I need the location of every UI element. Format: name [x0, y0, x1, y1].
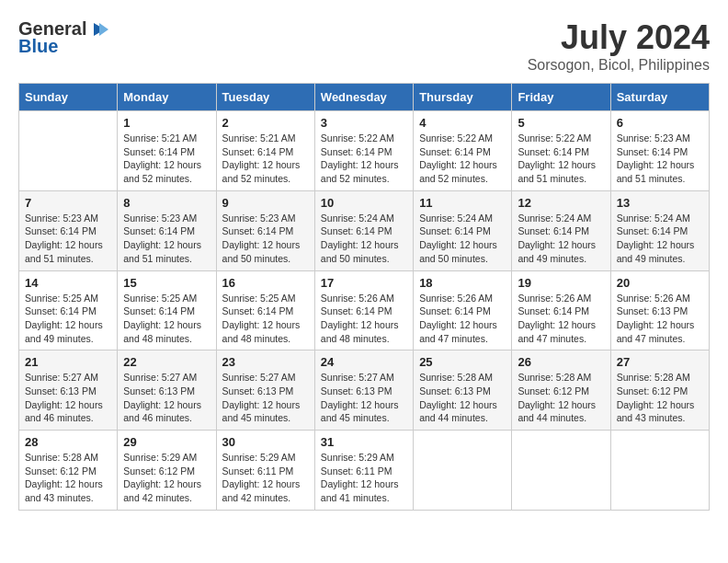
day-number: 5 [518, 116, 604, 130]
day-cell: 20Sunrise: 5:26 AMSunset: 6:13 PMDayligh… [610, 270, 709, 350]
day-cell: 1Sunrise: 5:21 AMSunset: 6:14 PMDaylight… [118, 111, 216, 191]
day-cell: 9Sunrise: 5:23 AMSunset: 6:14 PMDaylight… [216, 190, 314, 270]
day-number: 4 [419, 116, 506, 130]
day-cell: 27Sunrise: 5:28 AMSunset: 6:12 PMDayligh… [610, 350, 709, 431]
week-row-2: 7Sunrise: 5:23 AMSunset: 6:14 PMDaylight… [19, 190, 710, 270]
day-cell: 24Sunrise: 5:27 AMSunset: 6:13 PMDayligh… [314, 350, 413, 431]
day-info: Sunrise: 5:25 AMSunset: 6:14 PMDaylight:… [123, 292, 210, 346]
day-info: Sunrise: 5:28 AMSunset: 6:12 PMDaylight:… [518, 371, 604, 425]
logo: General Blue [18, 18, 108, 57]
day-cell: 21Sunrise: 5:27 AMSunset: 6:13 PMDayligh… [19, 350, 118, 431]
day-info: Sunrise: 5:29 AMSunset: 6:11 PMDaylight:… [222, 451, 309, 505]
day-number: 11 [419, 196, 506, 210]
day-cell: 14Sunrise: 5:25 AMSunset: 6:14 PMDayligh… [19, 270, 118, 350]
header-cell-monday: Monday [118, 84, 216, 111]
day-number: 25 [419, 355, 506, 369]
day-number: 19 [518, 276, 604, 290]
day-number: 10 [321, 196, 407, 210]
day-info: Sunrise: 5:27 AMSunset: 6:13 PMDaylight:… [25, 371, 111, 425]
day-cell: 29Sunrise: 5:29 AMSunset: 6:12 PMDayligh… [118, 431, 216, 511]
day-info: Sunrise: 5:25 AMSunset: 6:14 PMDaylight:… [25, 292, 111, 346]
day-number: 24 [321, 355, 407, 369]
day-info: Sunrise: 5:22 AMSunset: 6:14 PMDaylight:… [321, 132, 407, 186]
day-cell: 13Sunrise: 5:24 AMSunset: 6:14 PMDayligh… [610, 190, 709, 270]
calendar-table: SundayMondayTuesdayWednesdayThursdayFrid… [18, 83, 710, 511]
day-info: Sunrise: 5:24 AMSunset: 6:14 PMDaylight:… [518, 212, 604, 266]
day-info: Sunrise: 5:23 AMSunset: 6:14 PMDaylight:… [25, 212, 111, 266]
day-cell: 3Sunrise: 5:22 AMSunset: 6:14 PMDaylight… [314, 111, 413, 191]
day-number: 3 [321, 116, 407, 130]
day-info: Sunrise: 5:26 AMSunset: 6:14 PMDaylight:… [321, 292, 407, 346]
day-cell [512, 431, 610, 511]
day-info: Sunrise: 5:25 AMSunset: 6:14 PMDaylight:… [222, 292, 309, 346]
day-number: 14 [25, 276, 111, 290]
day-number: 13 [617, 196, 703, 210]
day-number: 30 [222, 435, 309, 449]
calendar-body: 1Sunrise: 5:21 AMSunset: 6:14 PMDaylight… [19, 111, 710, 511]
day-info: Sunrise: 5:28 AMSunset: 6:13 PMDaylight:… [419, 371, 506, 425]
day-info: Sunrise: 5:24 AMSunset: 6:14 PMDaylight:… [321, 212, 407, 266]
logo-blue-text: Blue [18, 36, 58, 57]
page-header: General Blue July 2024 Sorsogon, Bicol, … [18, 18, 710, 74]
day-info: Sunrise: 5:27 AMSunset: 6:13 PMDaylight:… [321, 371, 407, 425]
day-number: 18 [419, 276, 506, 290]
week-row-3: 14Sunrise: 5:25 AMSunset: 6:14 PMDayligh… [19, 270, 710, 350]
week-row-4: 21Sunrise: 5:27 AMSunset: 6:13 PMDayligh… [19, 350, 710, 431]
day-number: 20 [617, 276, 703, 290]
day-cell: 25Sunrise: 5:28 AMSunset: 6:13 PMDayligh… [414, 350, 512, 431]
month-year: July 2024 [528, 18, 710, 57]
day-cell: 2Sunrise: 5:21 AMSunset: 6:14 PMDaylight… [216, 111, 314, 191]
day-number: 27 [617, 355, 703, 369]
day-cell: 5Sunrise: 5:22 AMSunset: 6:14 PMDaylight… [512, 111, 610, 191]
day-number: 15 [123, 276, 210, 290]
day-info: Sunrise: 5:21 AMSunset: 6:14 PMDaylight:… [123, 132, 210, 186]
header-cell-friday: Friday [512, 84, 610, 111]
day-info: Sunrise: 5:22 AMSunset: 6:14 PMDaylight:… [518, 132, 604, 186]
day-cell: 4Sunrise: 5:22 AMSunset: 6:14 PMDaylight… [414, 111, 512, 191]
day-cell: 30Sunrise: 5:29 AMSunset: 6:11 PMDayligh… [216, 431, 314, 511]
day-info: Sunrise: 5:26 AMSunset: 6:14 PMDaylight:… [518, 292, 604, 346]
day-number: 22 [123, 355, 210, 369]
day-cell [414, 431, 512, 511]
day-number: 6 [617, 116, 703, 130]
location: Sorsogon, Bicol, Philippines [528, 57, 710, 74]
day-number: 12 [518, 196, 604, 210]
day-number: 2 [222, 116, 309, 130]
day-cell: 12Sunrise: 5:24 AMSunset: 6:14 PMDayligh… [512, 190, 610, 270]
day-number: 31 [321, 435, 407, 449]
day-cell: 18Sunrise: 5:26 AMSunset: 6:14 PMDayligh… [414, 270, 512, 350]
day-info: Sunrise: 5:27 AMSunset: 6:13 PMDaylight:… [123, 371, 210, 425]
day-number: 17 [321, 276, 407, 290]
week-row-5: 28Sunrise: 5:28 AMSunset: 6:12 PMDayligh… [19, 431, 710, 511]
day-number: 7 [25, 196, 111, 210]
day-info: Sunrise: 5:28 AMSunset: 6:12 PMDaylight:… [617, 371, 703, 425]
day-info: Sunrise: 5:27 AMSunset: 6:13 PMDaylight:… [222, 371, 309, 425]
day-info: Sunrise: 5:23 AMSunset: 6:14 PMDaylight:… [123, 212, 210, 266]
day-cell: 23Sunrise: 5:27 AMSunset: 6:13 PMDayligh… [216, 350, 314, 431]
day-cell: 19Sunrise: 5:26 AMSunset: 6:14 PMDayligh… [512, 270, 610, 350]
day-cell: 22Sunrise: 5:27 AMSunset: 6:13 PMDayligh… [118, 350, 216, 431]
day-info: Sunrise: 5:28 AMSunset: 6:12 PMDaylight:… [25, 451, 111, 505]
day-cell: 16Sunrise: 5:25 AMSunset: 6:14 PMDayligh… [216, 270, 314, 350]
day-cell: 26Sunrise: 5:28 AMSunset: 6:12 PMDayligh… [512, 350, 610, 431]
day-cell: 6Sunrise: 5:23 AMSunset: 6:14 PMDaylight… [610, 111, 709, 191]
header-cell-thursday: Thursday [414, 84, 512, 111]
day-number: 8 [123, 196, 210, 210]
day-number: 16 [222, 276, 309, 290]
calendar-header: SundayMondayTuesdayWednesdayThursdayFrid… [19, 84, 710, 111]
header-cell-saturday: Saturday [610, 84, 709, 111]
day-info: Sunrise: 5:26 AMSunset: 6:13 PMDaylight:… [617, 292, 703, 346]
day-info: Sunrise: 5:26 AMSunset: 6:14 PMDaylight:… [419, 292, 506, 346]
day-cell: 31Sunrise: 5:29 AMSunset: 6:11 PMDayligh… [314, 431, 413, 511]
day-info: Sunrise: 5:21 AMSunset: 6:14 PMDaylight:… [222, 132, 309, 186]
day-cell: 17Sunrise: 5:26 AMSunset: 6:14 PMDayligh… [314, 270, 413, 350]
week-row-1: 1Sunrise: 5:21 AMSunset: 6:14 PMDaylight… [19, 111, 710, 191]
day-number: 23 [222, 355, 309, 369]
header-cell-wednesday: Wednesday [314, 84, 413, 111]
day-info: Sunrise: 5:24 AMSunset: 6:14 PMDaylight:… [419, 212, 506, 266]
day-number: 28 [25, 435, 111, 449]
day-number: 21 [25, 355, 111, 369]
day-number: 9 [222, 196, 309, 210]
header-cell-sunday: Sunday [19, 84, 118, 111]
logo-icon [88, 19, 108, 40]
